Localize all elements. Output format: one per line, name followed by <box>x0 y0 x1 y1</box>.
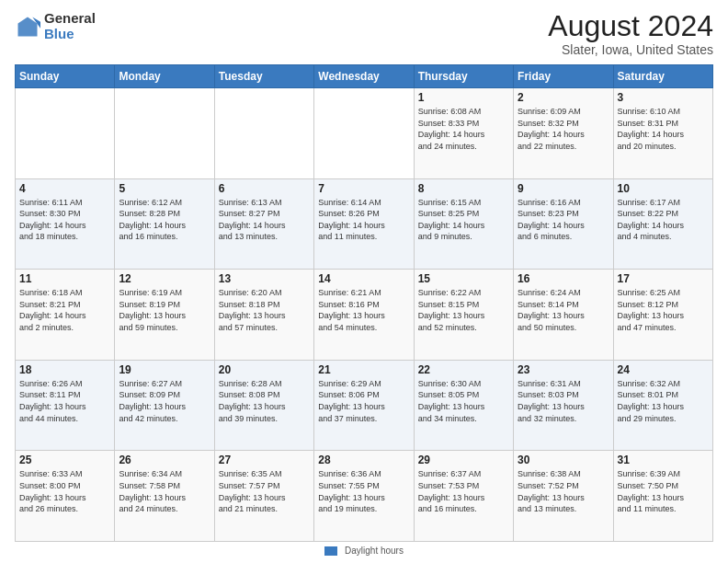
calendar-day-cell <box>314 88 414 179</box>
calendar-day-cell: 3Sunrise: 6:10 AM Sunset: 8:31 PM Daylig… <box>613 88 712 179</box>
day-number: 1 <box>418 91 509 104</box>
calendar-week-row: 1Sunrise: 6:08 AM Sunset: 8:33 PM Daylig… <box>16 88 713 179</box>
day-info: Sunrise: 6:32 AM Sunset: 8:01 PM Dayligh… <box>618 378 709 424</box>
day-number: 23 <box>518 363 609 376</box>
day-number: 26 <box>119 454 210 466</box>
logo-general: General <box>44 11 96 27</box>
calendar-week-row: 25Sunrise: 6:33 AM Sunset: 8:00 PM Dayli… <box>16 451 713 542</box>
calendar-day-cell: 19Sunrise: 6:27 AM Sunset: 8:09 PM Dayli… <box>115 360 214 451</box>
calendar-week-row: 11Sunrise: 6:18 AM Sunset: 8:21 PM Dayli… <box>16 270 713 361</box>
calendar-week-row: 18Sunrise: 6:26 AM Sunset: 8:11 PM Dayli… <box>16 360 713 451</box>
calendar-header-row: SundayMondayTuesdayWednesdayThursdayFrid… <box>16 65 713 88</box>
day-number: 3 <box>618 91 709 104</box>
title-section: August 2024 Slater, Iowa, United States <box>548 11 713 57</box>
day-number: 9 <box>518 182 609 195</box>
day-number: 6 <box>219 182 310 195</box>
day-number: 15 <box>418 272 509 285</box>
day-info: Sunrise: 6:19 AM Sunset: 8:19 PM Dayligh… <box>119 287 210 333</box>
day-info: Sunrise: 6:39 AM Sunset: 7:50 PM Dayligh… <box>618 468 709 514</box>
calendar-day-cell: 9Sunrise: 6:16 AM Sunset: 8:23 PM Daylig… <box>514 178 613 270</box>
calendar-day-cell: 28Sunrise: 6:36 AM Sunset: 7:55 PM Dayli… <box>314 451 414 542</box>
calendar-day-cell <box>115 88 214 179</box>
day-info: Sunrise: 6:34 AM Sunset: 7:58 PM Dayligh… <box>119 468 210 514</box>
day-number: 11 <box>19 272 110 285</box>
day-info: Sunrise: 6:33 AM Sunset: 8:00 PM Dayligh… <box>19 468 110 514</box>
calendar-week-row: 4Sunrise: 6:11 AM Sunset: 8:30 PM Daylig… <box>16 178 713 270</box>
day-number: 17 <box>618 272 709 285</box>
calendar-day-cell: 1Sunrise: 6:08 AM Sunset: 8:33 PM Daylig… <box>414 88 513 179</box>
calendar-day-cell: 25Sunrise: 6:33 AM Sunset: 8:00 PM Dayli… <box>16 451 115 542</box>
svg-marker-0 <box>18 17 38 36</box>
legend-label: Daylight hours <box>345 546 404 556</box>
day-info: Sunrise: 6:25 AM Sunset: 8:12 PM Dayligh… <box>618 287 709 333</box>
calendar-header-cell: Monday <box>115 65 214 88</box>
day-info: Sunrise: 6:37 AM Sunset: 7:53 PM Dayligh… <box>418 468 509 514</box>
day-info: Sunrise: 6:22 AM Sunset: 8:15 PM Dayligh… <box>418 287 509 333</box>
day-number: 4 <box>19 182 110 195</box>
day-number: 29 <box>418 454 509 466</box>
day-info: Sunrise: 6:31 AM Sunset: 8:03 PM Dayligh… <box>518 378 609 424</box>
logo-text: General Blue <box>44 11 96 41</box>
day-number: 27 <box>219 454 310 466</box>
calendar-table: SundayMondayTuesdayWednesdayThursdayFrid… <box>15 64 713 542</box>
day-number: 21 <box>318 363 409 376</box>
day-info: Sunrise: 6:28 AM Sunset: 8:08 PM Dayligh… <box>219 378 310 424</box>
calendar-day-cell: 17Sunrise: 6:25 AM Sunset: 8:12 PM Dayli… <box>613 270 712 361</box>
calendar-day-cell: 29Sunrise: 6:37 AM Sunset: 7:53 PM Dayli… <box>414 451 513 542</box>
calendar-day-cell: 23Sunrise: 6:31 AM Sunset: 8:03 PM Dayli… <box>514 360 613 451</box>
day-info: Sunrise: 6:36 AM Sunset: 7:55 PM Dayligh… <box>318 468 409 514</box>
day-number: 2 <box>518 91 609 104</box>
calendar-day-cell: 27Sunrise: 6:35 AM Sunset: 7:57 PM Dayli… <box>214 451 313 542</box>
calendar-day-cell: 12Sunrise: 6:19 AM Sunset: 8:19 PM Dayli… <box>115 270 214 361</box>
day-info: Sunrise: 6:38 AM Sunset: 7:52 PM Dayligh… <box>518 468 609 514</box>
day-info: Sunrise: 6:17 AM Sunset: 8:22 PM Dayligh… <box>618 197 709 243</box>
calendar-header-cell: Friday <box>514 65 613 88</box>
calendar-day-cell: 31Sunrise: 6:39 AM Sunset: 7:50 PM Dayli… <box>613 451 712 542</box>
day-info: Sunrise: 6:20 AM Sunset: 8:18 PM Dayligh… <box>219 287 310 333</box>
calendar-day-cell: 8Sunrise: 6:15 AM Sunset: 8:25 PM Daylig… <box>414 178 513 270</box>
month-title: August 2024 <box>548 11 713 40</box>
day-number: 5 <box>119 182 210 195</box>
calendar-day-cell: 16Sunrise: 6:24 AM Sunset: 8:14 PM Dayli… <box>514 270 613 361</box>
calendar-day-cell: 7Sunrise: 6:14 AM Sunset: 8:26 PM Daylig… <box>314 178 414 270</box>
calendar-day-cell: 22Sunrise: 6:30 AM Sunset: 8:05 PM Dayli… <box>414 360 513 451</box>
calendar-day-cell <box>16 88 115 179</box>
calendar-day-cell: 26Sunrise: 6:34 AM Sunset: 7:58 PM Dayli… <box>115 451 214 542</box>
day-info: Sunrise: 6:11 AM Sunset: 8:30 PM Dayligh… <box>19 197 110 243</box>
calendar-day-cell <box>214 88 313 179</box>
calendar-header-cell: Sunday <box>16 65 115 88</box>
calendar-day-cell: 11Sunrise: 6:18 AM Sunset: 8:21 PM Dayli… <box>16 270 115 361</box>
calendar-day-cell: 13Sunrise: 6:20 AM Sunset: 8:18 PM Dayli… <box>214 270 313 361</box>
day-number: 24 <box>618 363 709 376</box>
day-number: 7 <box>318 182 409 195</box>
calendar-header-cell: Tuesday <box>214 65 313 88</box>
day-info: Sunrise: 6:09 AM Sunset: 8:32 PM Dayligh… <box>518 106 609 152</box>
calendar-day-cell: 14Sunrise: 6:21 AM Sunset: 8:16 PM Dayli… <box>314 270 414 361</box>
day-number: 20 <box>219 363 310 376</box>
day-info: Sunrise: 6:18 AM Sunset: 8:21 PM Dayligh… <box>19 287 110 333</box>
header: General Blue August 2024 Slater, Iowa, U… <box>15 11 713 57</box>
day-info: Sunrise: 6:14 AM Sunset: 8:26 PM Dayligh… <box>318 197 409 243</box>
day-info: Sunrise: 6:13 AM Sunset: 8:27 PM Dayligh… <box>219 197 310 243</box>
day-info: Sunrise: 6:30 AM Sunset: 8:05 PM Dayligh… <box>418 378 509 424</box>
day-info: Sunrise: 6:24 AM Sunset: 8:14 PM Dayligh… <box>518 287 609 333</box>
calendar-header-cell: Thursday <box>414 65 513 88</box>
day-info: Sunrise: 6:16 AM Sunset: 8:23 PM Dayligh… <box>518 197 609 243</box>
day-number: 16 <box>518 272 609 285</box>
calendar-day-cell: 21Sunrise: 6:29 AM Sunset: 8:06 PM Dayli… <box>314 360 414 451</box>
day-info: Sunrise: 6:15 AM Sunset: 8:25 PM Dayligh… <box>418 197 509 243</box>
day-info: Sunrise: 6:29 AM Sunset: 8:06 PM Dayligh… <box>318 378 409 424</box>
calendar-day-cell: 10Sunrise: 6:17 AM Sunset: 8:22 PM Dayli… <box>613 178 712 270</box>
calendar-day-cell: 6Sunrise: 6:13 AM Sunset: 8:27 PM Daylig… <box>214 178 313 270</box>
day-info: Sunrise: 6:27 AM Sunset: 8:09 PM Dayligh… <box>119 378 210 424</box>
calendar-day-cell: 30Sunrise: 6:38 AM Sunset: 7:52 PM Dayli… <box>514 451 613 542</box>
day-number: 31 <box>618 454 709 466</box>
day-info: Sunrise: 6:10 AM Sunset: 8:31 PM Dayligh… <box>618 106 709 152</box>
day-number: 8 <box>418 182 509 195</box>
calendar-day-cell: 4Sunrise: 6:11 AM Sunset: 8:30 PM Daylig… <box>16 178 115 270</box>
day-number: 22 <box>418 363 509 376</box>
day-info: Sunrise: 6:35 AM Sunset: 7:57 PM Dayligh… <box>219 468 310 514</box>
calendar-day-cell: 18Sunrise: 6:26 AM Sunset: 8:11 PM Dayli… <box>16 360 115 451</box>
day-number: 18 <box>19 363 110 376</box>
day-info: Sunrise: 6:08 AM Sunset: 8:33 PM Dayligh… <box>418 106 509 152</box>
